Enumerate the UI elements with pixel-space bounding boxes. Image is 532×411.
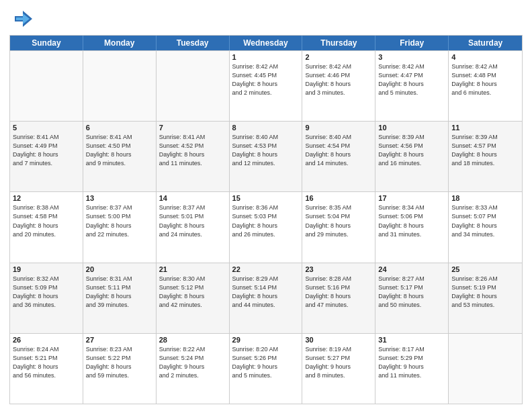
calendar-week-2: 5Sunrise: 8:41 AM Sunset: 4:49 PM Daylig…	[10, 121, 522, 191]
day-info: Sunrise: 8:41 AM Sunset: 4:49 PM Dayligh…	[13, 133, 80, 168]
calendar-day-cell	[449, 334, 522, 404]
day-info: Sunrise: 8:33 AM Sunset: 5:07 PM Dayligh…	[451, 203, 519, 238]
header	[9, 7, 523, 31]
calendar-day-cell: 19Sunrise: 8:32 AM Sunset: 5:09 PM Dayli…	[10, 263, 83, 333]
calendar-day-cell: 15Sunrise: 8:36 AM Sunset: 5:03 PM Dayli…	[230, 192, 303, 262]
day-info: Sunrise: 8:37 AM Sunset: 5:01 PM Dayligh…	[159, 203, 226, 238]
day-number: 10	[378, 124, 445, 132]
day-info: Sunrise: 8:23 AM Sunset: 5:22 PM Dayligh…	[86, 345, 153, 380]
calendar-header-cell-monday: Monday	[83, 36, 157, 50]
logo	[9, 7, 36, 31]
calendar-day-cell: 21Sunrise: 8:30 AM Sunset: 5:12 PM Dayli…	[157, 263, 230, 333]
day-info: Sunrise: 8:38 AM Sunset: 4:58 PM Dayligh…	[13, 203, 80, 238]
day-number: 17	[378, 194, 445, 202]
calendar-day-cell: 16Sunrise: 8:35 AM Sunset: 5:04 PM Dayli…	[302, 192, 375, 262]
day-info: Sunrise: 8:41 AM Sunset: 4:52 PM Dayligh…	[159, 133, 226, 168]
day-info: Sunrise: 8:39 AM Sunset: 4:56 PM Dayligh…	[378, 133, 445, 168]
calendar-header-cell-sunday: Sunday	[10, 36, 83, 50]
day-number: 25	[451, 265, 519, 273]
calendar-day-cell: 14Sunrise: 8:37 AM Sunset: 5:01 PM Dayli…	[157, 192, 230, 262]
day-number: 30	[305, 336, 372, 344]
calendar-day-cell: 29Sunrise: 8:20 AM Sunset: 5:26 PM Dayli…	[230, 334, 303, 404]
calendar-day-cell: 12Sunrise: 8:38 AM Sunset: 4:58 PM Dayli…	[10, 192, 83, 262]
calendar-day-cell: 20Sunrise: 8:31 AM Sunset: 5:11 PM Dayli…	[83, 263, 157, 333]
day-number: 26	[13, 336, 80, 344]
day-number: 27	[86, 336, 153, 344]
day-number: 12	[13, 194, 80, 202]
day-number: 8	[232, 124, 300, 132]
day-number: 2	[305, 53, 372, 61]
calendar-day-cell: 30Sunrise: 8:19 AM Sunset: 5:27 PM Dayli…	[302, 334, 375, 404]
calendar-day-cell: 4Sunrise: 8:42 AM Sunset: 4:48 PM Daylig…	[449, 51, 522, 121]
day-info: Sunrise: 8:22 AM Sunset: 5:24 PM Dayligh…	[159, 345, 226, 380]
day-info: Sunrise: 8:31 AM Sunset: 5:11 PM Dayligh…	[86, 275, 153, 310]
day-number: 16	[305, 194, 372, 202]
calendar-header-cell-saturday: Saturday	[449, 36, 522, 50]
calendar-week-3: 12Sunrise: 8:38 AM Sunset: 4:58 PM Dayli…	[10, 191, 522, 262]
day-number: 28	[159, 336, 226, 344]
calendar-day-cell: 28Sunrise: 8:22 AM Sunset: 5:24 PM Dayli…	[157, 334, 230, 404]
calendar-day-cell: 17Sunrise: 8:34 AM Sunset: 5:06 PM Dayli…	[375, 192, 449, 262]
day-number: 29	[232, 336, 300, 344]
day-number: 15	[232, 194, 300, 202]
day-number: 5	[13, 124, 80, 132]
calendar-day-cell: 2Sunrise: 8:42 AM Sunset: 4:46 PM Daylig…	[302, 51, 375, 121]
day-number: 21	[159, 265, 226, 273]
calendar-day-cell: 13Sunrise: 8:37 AM Sunset: 5:00 PM Dayli…	[83, 192, 157, 262]
day-info: Sunrise: 8:29 AM Sunset: 5:14 PM Dayligh…	[232, 275, 300, 310]
day-number: 18	[451, 194, 519, 202]
calendar-day-cell	[10, 51, 83, 121]
day-info: Sunrise: 8:41 AM Sunset: 4:50 PM Dayligh…	[86, 133, 153, 168]
calendar-day-cell: 7Sunrise: 8:41 AM Sunset: 4:52 PM Daylig…	[157, 122, 230, 191]
day-info: Sunrise: 8:35 AM Sunset: 5:04 PM Dayligh…	[305, 203, 372, 238]
page: SundayMondayTuesdayWednesdayThursdayFrid…	[0, 0, 532, 411]
calendar-body: 1Sunrise: 8:42 AM Sunset: 4:45 PM Daylig…	[10, 50, 522, 404]
calendar-week-4: 19Sunrise: 8:32 AM Sunset: 5:09 PM Dayli…	[10, 263, 522, 333]
day-info: Sunrise: 8:39 AM Sunset: 4:57 PM Dayligh…	[451, 133, 519, 168]
day-info: Sunrise: 8:42 AM Sunset: 4:45 PM Dayligh…	[232, 62, 300, 97]
calendar-day-cell: 27Sunrise: 8:23 AM Sunset: 5:22 PM Dayli…	[83, 334, 157, 404]
logo-icon	[9, 7, 34, 31]
day-number: 7	[159, 124, 226, 132]
day-number: 14	[159, 194, 226, 202]
calendar-day-cell	[157, 51, 230, 121]
day-number: 22	[232, 265, 300, 273]
calendar-day-cell: 5Sunrise: 8:41 AM Sunset: 4:49 PM Daylig…	[10, 122, 83, 191]
day-number: 13	[86, 194, 153, 202]
day-info: Sunrise: 8:36 AM Sunset: 5:03 PM Dayligh…	[232, 203, 300, 238]
day-info: Sunrise: 8:42 AM Sunset: 4:48 PM Dayligh…	[451, 62, 519, 97]
day-info: Sunrise: 8:42 AM Sunset: 4:47 PM Dayligh…	[378, 62, 445, 97]
day-info: Sunrise: 8:30 AM Sunset: 5:12 PM Dayligh…	[159, 275, 226, 310]
calendar-day-cell: 9Sunrise: 8:40 AM Sunset: 4:54 PM Daylig…	[302, 122, 375, 191]
calendar-day-cell: 22Sunrise: 8:29 AM Sunset: 5:14 PM Dayli…	[230, 263, 303, 333]
calendar-day-cell: 18Sunrise: 8:33 AM Sunset: 5:07 PM Dayli…	[449, 192, 522, 262]
day-number: 23	[305, 265, 372, 273]
calendar-day-cell: 1Sunrise: 8:42 AM Sunset: 4:45 PM Daylig…	[230, 51, 303, 121]
day-info: Sunrise: 8:40 AM Sunset: 4:54 PM Dayligh…	[305, 133, 372, 168]
calendar-day-cell: 6Sunrise: 8:41 AM Sunset: 4:50 PM Daylig…	[83, 122, 157, 191]
day-info: Sunrise: 8:26 AM Sunset: 5:19 PM Dayligh…	[451, 275, 519, 310]
day-number: 1	[232, 53, 300, 61]
calendar-day-cell: 25Sunrise: 8:26 AM Sunset: 5:19 PM Dayli…	[449, 263, 522, 333]
day-info: Sunrise: 8:17 AM Sunset: 5:29 PM Dayligh…	[378, 345, 445, 380]
day-number: 11	[451, 124, 519, 132]
calendar-week-5: 26Sunrise: 8:24 AM Sunset: 5:21 PM Dayli…	[10, 333, 522, 404]
day-number: 9	[305, 124, 372, 132]
calendar-day-cell: 24Sunrise: 8:27 AM Sunset: 5:17 PM Dayli…	[375, 263, 449, 333]
day-info: Sunrise: 8:37 AM Sunset: 5:00 PM Dayligh…	[86, 203, 153, 238]
day-number: 31	[378, 336, 445, 344]
day-info: Sunrise: 8:27 AM Sunset: 5:17 PM Dayligh…	[378, 275, 445, 310]
day-info: Sunrise: 8:20 AM Sunset: 5:26 PM Dayligh…	[232, 345, 300, 380]
day-info: Sunrise: 8:32 AM Sunset: 5:09 PM Dayligh…	[13, 275, 80, 310]
calendar-day-cell: 8Sunrise: 8:40 AM Sunset: 4:53 PM Daylig…	[230, 122, 303, 191]
day-info: Sunrise: 8:19 AM Sunset: 5:27 PM Dayligh…	[305, 345, 372, 380]
day-number: 4	[451, 53, 519, 61]
day-number: 24	[378, 265, 445, 273]
calendar-header-cell-tuesday: Tuesday	[157, 36, 230, 50]
day-info: Sunrise: 8:34 AM Sunset: 5:06 PM Dayligh…	[378, 203, 445, 238]
calendar-week-1: 1Sunrise: 8:42 AM Sunset: 4:45 PM Daylig…	[10, 50, 522, 121]
day-number: 20	[86, 265, 153, 273]
calendar-day-cell	[83, 51, 157, 121]
day-info: Sunrise: 8:42 AM Sunset: 4:46 PM Dayligh…	[305, 62, 372, 97]
day-number: 19	[13, 265, 80, 273]
